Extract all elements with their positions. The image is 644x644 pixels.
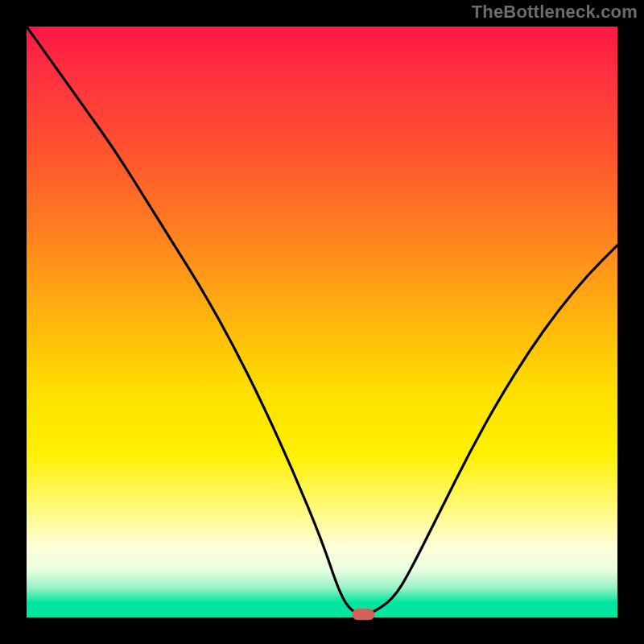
bottleneck-curve bbox=[27, 27, 617, 614]
chart-svg bbox=[27, 27, 617, 617]
chart-plot-area bbox=[27, 27, 617, 617]
attribution-text: TheBottleneck.com bbox=[472, 2, 638, 23]
bottleneck-marker bbox=[352, 609, 374, 620]
